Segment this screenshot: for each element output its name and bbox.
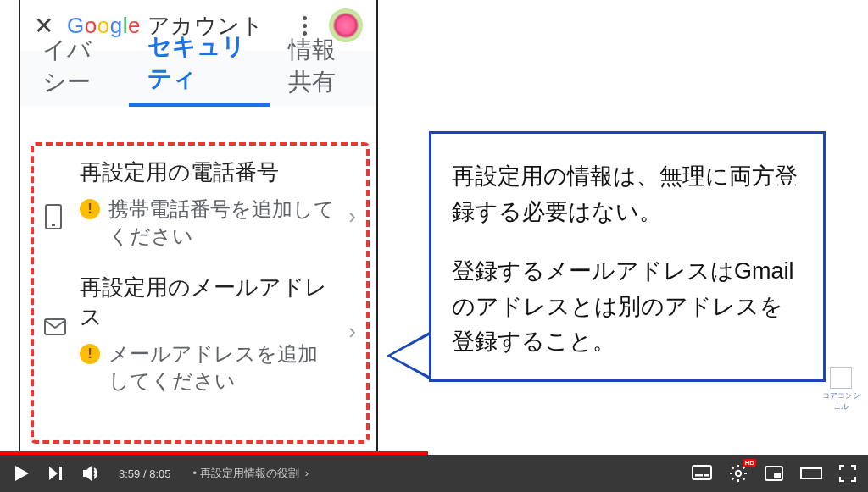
speech-tail xyxy=(387,330,432,381)
brand-icon xyxy=(830,367,852,389)
brand-label: コアコンシェル xyxy=(822,391,860,411)
video-frame: ✕ Google アカウント イバシー セキュリティ 情報共有 再設定用の電話番… xyxy=(0,0,868,492)
svg-rect-5 xyxy=(695,474,703,477)
tab-privacy[interactable]: イバシー xyxy=(24,34,129,107)
recovery-phone-title: 再設定用の電話番号 xyxy=(80,158,337,187)
warning-icon: ! xyxy=(80,344,100,364)
speech-line-2: 登録するメールアドレスはGmailのアドレスとは別のアドレスを登録すること。 xyxy=(452,254,803,361)
highlight-box: 再設定用の電話番号 ! 携帯電話番号を追加してください › 再設定用のメールアド… xyxy=(31,142,370,444)
recovery-phone-row[interactable]: 再設定用の電話番号 ! 携帯電話番号を追加してください › xyxy=(44,158,356,251)
svg-rect-1 xyxy=(52,224,55,226)
fullscreen-button[interactable] xyxy=(839,465,856,482)
tabs: イバシー セキュリティ 情報共有 xyxy=(20,51,376,107)
recovery-phone-help: 携帯電話番号を追加してください xyxy=(108,196,337,251)
play-button[interactable] xyxy=(12,464,31,483)
recovery-email-title: 再設定用のメールアドレス xyxy=(80,273,337,332)
recovery-email-row[interactable]: 再設定用のメールアドレス ! メールアドレスを追加してください › xyxy=(44,273,356,395)
player-controls: 3:59 / 8:05 • 再設定用情報の役割 › xyxy=(0,455,868,492)
svg-rect-3 xyxy=(59,467,62,480)
chapter-label[interactable]: • 再設定用情報の役割 › xyxy=(192,466,309,481)
tab-security[interactable]: セキュリティ xyxy=(129,30,270,107)
time-current: 3:59 xyxy=(119,467,140,480)
speech-bubble: 再設定用の情報は、無理に両方登録する必要はない。 登録するメールアドレスはGma… xyxy=(429,131,826,382)
theater-button[interactable] xyxy=(800,466,822,481)
slide-content: ✕ Google アカウント イバシー セキュリティ 情報共有 再設定用の電話番… xyxy=(0,0,868,455)
chevron-right-icon: › xyxy=(348,273,356,345)
phone-icon xyxy=(44,158,68,230)
svg-rect-4 xyxy=(693,466,711,479)
subtitles-button[interactable] xyxy=(692,465,712,482)
chevron-right-icon: › xyxy=(348,158,356,229)
tab-sharing[interactable]: 情報共有 xyxy=(270,34,373,107)
mail-icon xyxy=(44,273,68,335)
time-total: 8:05 xyxy=(149,467,170,480)
more-icon[interactable] xyxy=(303,16,307,36)
miniplayer-button[interactable] xyxy=(765,466,783,481)
svg-rect-6 xyxy=(704,474,709,477)
time-display: 3:59 / 8:05 xyxy=(119,467,170,480)
speech-line-1: 再設定用の情報は、無理に両方登録する必要はない。 xyxy=(452,159,803,230)
brand-watermark: コアコンシェル xyxy=(821,367,861,412)
svg-point-7 xyxy=(736,471,741,476)
recovery-email-help: メールアドレスを追加してください xyxy=(108,340,337,395)
svg-rect-9 xyxy=(774,473,781,478)
settings-button[interactable] xyxy=(729,464,748,483)
warning-icon: ! xyxy=(80,199,100,219)
next-button[interactable] xyxy=(47,465,64,482)
volume-button[interactable] xyxy=(81,464,102,483)
svg-rect-10 xyxy=(801,468,821,478)
